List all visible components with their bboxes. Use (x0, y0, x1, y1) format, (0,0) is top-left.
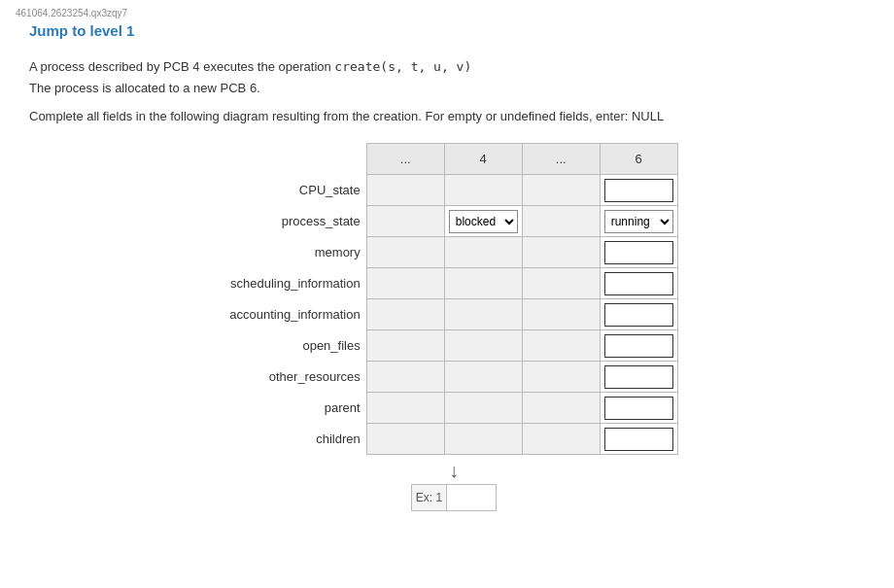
label-cpu-state: CPU_state (299, 174, 366, 205)
cpu-state-dots2 (522, 175, 600, 206)
accounting-pcb6-input[interactable] (604, 303, 673, 327)
row-memory (366, 237, 677, 268)
memory-dots (366, 237, 444, 268)
arrow-area: ↓ Ex: 1 (411, 461, 497, 511)
description-block: A process described by PCB 4 executes th… (29, 56, 878, 99)
scheduling-dots (366, 268, 444, 299)
children-pcb6-input[interactable] (604, 428, 673, 451)
row-parent (366, 393, 677, 424)
arrow-down-icon: ↓ (449, 461, 459, 480)
children-pcb6-cell (600, 424, 677, 455)
process-state-dots2 (522, 206, 600, 237)
memory-pcb6-input[interactable] (604, 241, 673, 264)
open-files-pcb6-cell (600, 330, 677, 362)
process-state-pcb6-cell: blocked running ready new terminated NUL… (600, 206, 677, 237)
row-open-files (366, 330, 677, 362)
memory-pcb4 (444, 237, 522, 268)
row-cpu-state (366, 175, 677, 206)
parent-pcb4 (444, 393, 522, 424)
label-process-state: process_state (282, 205, 366, 236)
row-accounting (366, 299, 677, 330)
instructions-text: Complete all fields in the following dia… (29, 109, 878, 123)
children-dots2 (522, 424, 600, 455)
header-pcb6: 6 (600, 144, 677, 175)
cpu-state-pcb6-cell (600, 175, 677, 206)
row-children (366, 424, 677, 455)
label-parent: parent (325, 392, 366, 423)
label-memory: memory (315, 236, 366, 267)
cpu-state-pcb6-input[interactable] (604, 179, 673, 202)
example-input[interactable] (447, 485, 496, 510)
scheduling-pcb6-input[interactable] (604, 272, 673, 295)
other-resources-dots (366, 362, 444, 393)
process-state-pcb4-cell: blocked running ready new terminated NUL… (444, 206, 522, 237)
accounting-dots (366, 299, 444, 330)
row-process-state: blocked running ready new terminated NUL… (366, 206, 677, 237)
other-resources-dots2 (522, 362, 600, 393)
scheduling-pcb6-cell (600, 268, 677, 299)
children-dots (366, 424, 444, 455)
header-dots-left: ... (366, 144, 444, 175)
label-column: CPU_state process_state memory schedulin… (229, 143, 365, 455)
other-resources-pcb4 (444, 362, 522, 393)
memory-pcb6-cell (600, 237, 677, 268)
accounting-pcb4 (444, 299, 522, 330)
label-open-files: open_files (302, 329, 365, 361)
cpu-state-pcb4 (444, 175, 522, 206)
children-pcb4 (444, 424, 522, 455)
parent-pcb6-input[interactable] (604, 397, 673, 420)
header-dots-right: ... (522, 144, 600, 175)
description-line1-prefix: A process described by PCB 4 executes th… (29, 59, 334, 74)
example-label: Ex: 1 (412, 485, 447, 510)
memory-dots2 (522, 237, 600, 268)
description-code: create(s, t, u, v) (334, 59, 471, 74)
description-line2: The process is allocated to a new PCB 6. (29, 78, 878, 99)
open-files-pcb6-input[interactable] (604, 334, 673, 358)
label-scheduling-information: scheduling_information (230, 267, 366, 298)
process-state-pcb4-select[interactable]: blocked running ready new terminated NUL… (449, 210, 518, 233)
parent-dots2 (522, 393, 600, 424)
open-files-dots2 (522, 330, 600, 362)
accounting-pcb6-cell (600, 299, 677, 330)
process-state-pcb6-select[interactable]: blocked running ready new terminated NUL… (604, 210, 673, 233)
process-state-dots (366, 206, 444, 237)
parent-dots (366, 393, 444, 424)
label-children: children (316, 423, 366, 454)
accounting-dots2 (522, 299, 600, 330)
pcb-table: ... 4 ... 6 (366, 143, 678, 455)
session-id: 461064.2623254.qx3zqy7 (16, 8, 878, 18)
scheduling-pcb4 (444, 268, 522, 299)
example-input-wrapper: Ex: 1 (411, 484, 497, 511)
parent-pcb6-cell (600, 393, 677, 424)
diagram-area: CPU_state process_state memory schedulin… (29, 143, 878, 511)
scheduling-dots2 (522, 268, 600, 299)
cpu-state-dots (366, 175, 444, 206)
other-resources-pcb6-input[interactable] (604, 365, 673, 389)
row-scheduling (366, 268, 677, 299)
open-files-pcb4 (444, 330, 522, 362)
table-wrapper: CPU_state process_state memory schedulin… (229, 143, 677, 455)
header-pcb4: 4 (444, 144, 522, 175)
label-other-resources: other_resources (269, 361, 366, 392)
other-resources-pcb6-cell (600, 362, 677, 393)
open-files-dots (366, 330, 444, 362)
row-other-resources (366, 362, 677, 393)
jump-to-level-link[interactable]: Jump to level 1 (29, 22, 134, 39)
label-accounting-information: accounting_information (229, 298, 365, 329)
